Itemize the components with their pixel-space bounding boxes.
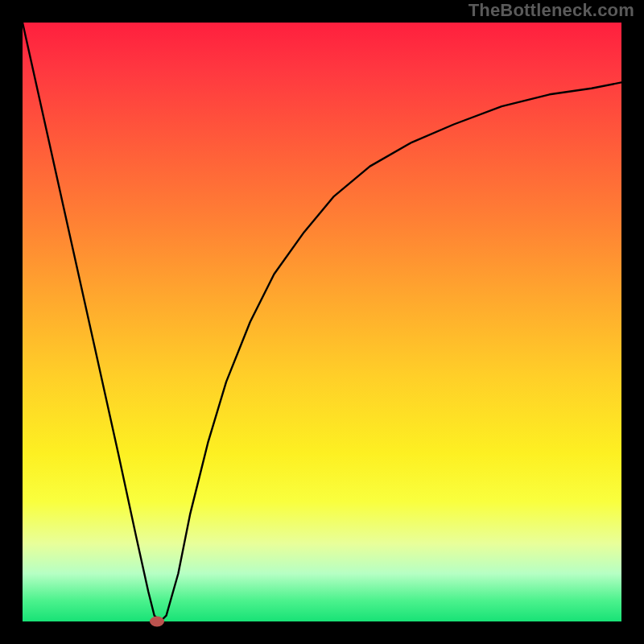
bottleneck-curve: [23, 23, 621, 621]
watermark-text: TheBottleneck.com: [469, 0, 634, 21]
plot-area: [23, 23, 621, 621]
optimal-point-marker: [150, 617, 164, 627]
chart-frame: TheBottleneck.com: [0, 0, 644, 644]
